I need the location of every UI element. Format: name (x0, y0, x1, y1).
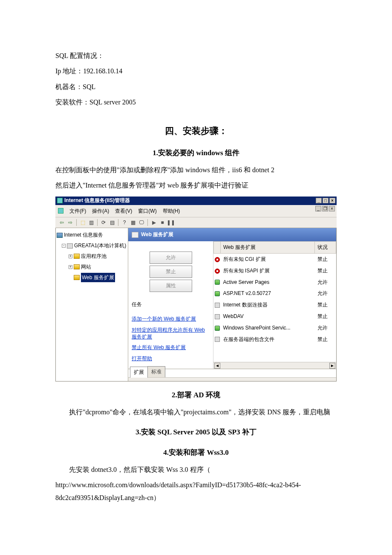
panel-icon (132, 232, 138, 238)
software-para: 安装软件：SQL server 2005 (55, 96, 337, 109)
help-button[interactable]: ? (121, 219, 128, 226)
tree-websites-label: 网站 (81, 262, 91, 272)
ext-icon-cell (214, 288, 221, 299)
iis-manager-window: Internet 信息服务(IIS)管理器 _ □ × 文件(F) 操作(A) … (55, 197, 337, 382)
titlebar[interactable]: Internet 信息服务(IIS)管理器 _ □ × (55, 197, 337, 205)
window-title: Internet 信息服务(IIS)管理器 (64, 196, 130, 205)
tree-apppools-label: 应用程序池 (81, 251, 107, 261)
maximize-button[interactable]: □ (323, 198, 329, 203)
ext-icon-cell (214, 334, 221, 345)
ext-name: 所有未知 CGI 扩展 (221, 253, 315, 265)
expand-icon[interactable]: + (69, 254, 72, 258)
extension-row[interactable]: 所有未知 CGI 扩展禁止 (214, 253, 336, 265)
toolbar-separator (147, 219, 148, 226)
expand-icon[interactable]: + (69, 265, 72, 269)
minimize-button[interactable]: _ (316, 198, 322, 203)
mdi-restore-button[interactable]: ❐ (322, 206, 328, 211)
mdi-minimize-button[interactable]: _ (315, 206, 321, 211)
step4-p2: http://www.microsoft.com/downloads/detai… (55, 479, 337, 505)
back-button[interactable]: ⇦ (58, 219, 66, 226)
menu-action[interactable]: 操作(A) (92, 206, 109, 216)
ext-status: 禁止 (315, 311, 336, 322)
collapse-icon[interactable]: - (62, 244, 66, 248)
ext-name: Windows SharePoint Servic... (221, 322, 315, 334)
ext-name: WebDAV (221, 311, 315, 322)
heading-steps: 四、安装步骤： (55, 123, 337, 140)
link-deny-all[interactable]: 禁止所有 Web 服务扩展 (132, 344, 210, 351)
col-icon[interactable] (214, 242, 221, 254)
list-view-button[interactable]: ▥ (87, 219, 95, 226)
start-button[interactable]: ▶ (150, 219, 158, 226)
deny-button[interactable]: 禁止 (150, 266, 192, 278)
dll-icon (215, 337, 220, 342)
tree-root[interactable]: Internet 信息服务 (57, 230, 127, 240)
ext-icon-cell (214, 253, 221, 265)
tree-webext[interactable]: Web 服务扩展 (57, 272, 127, 283)
sql-config-para: SQL 配置情况： (55, 49, 337, 62)
tree-apppools[interactable]: + 应用程序池 (57, 251, 127, 262)
ip-para: Ip 地址：192.168.10.14 (55, 65, 337, 78)
link-allow-all[interactable]: 对特定的应用程序允许所有 Web 服务扩展 (132, 327, 210, 340)
panel-header: Web 服务扩展 (128, 228, 336, 241)
tree-root-label: Internet 信息服务 (64, 230, 103, 240)
folder-icon (74, 264, 80, 269)
dll-icon (215, 303, 220, 308)
extension-row[interactable]: WebDAV禁止 (214, 311, 336, 322)
ext-icon-cell (214, 277, 221, 288)
extension-row[interactable]: Internet 数据连接器禁止 (214, 299, 336, 311)
refresh-button[interactable]: ⟳ (100, 219, 107, 226)
forward-button[interactable]: ⇨ (66, 219, 74, 226)
menu-file[interactable]: 文件(F) (69, 206, 86, 216)
extensions-column: Web 服务扩展 状况 所有未知 CGI 扩展禁止所有未知 ISAPI 扩展禁止… (213, 241, 336, 369)
mdi-close-button[interactable]: × (329, 206, 335, 211)
close-button[interactable]: × (329, 198, 335, 203)
export-button[interactable]: ▤ (108, 219, 116, 226)
properties-button[interactable]: 属性 (150, 280, 192, 292)
allow-button[interactable]: 允许 (150, 251, 192, 264)
machine-para: 机器名：SQL (55, 81, 337, 93)
step1-p2: 然后进入"Internet 信息服务管理器"对 web 服务扩展项中进行验证 (55, 179, 337, 192)
app-icon (57, 198, 63, 203)
menu-view[interactable]: 查看(V) (115, 206, 132, 216)
allow-icon (215, 280, 220, 285)
extension-row[interactable]: Windows SharePoint Servic...允许 (214, 322, 336, 334)
tree-server[interactable]: - GREATA1(本地计算机) (57, 240, 127, 251)
heading-step2: 2.部署 AD 环境 (55, 388, 337, 402)
ext-icon-cell (214, 265, 221, 277)
stop-button[interactable]: ■ (159, 219, 166, 226)
actions-column: 允许 禁止 属性 任务 添加一个新的 Web 服务扩展 对特定的应用程序允许所有… (128, 241, 213, 369)
tree-websites[interactable]: + 网站 (57, 262, 127, 272)
service-icon (57, 233, 63, 238)
up-button[interactable]: ⬚ (79, 219, 86, 226)
tab-extended[interactable]: 扩展 (130, 367, 148, 378)
link-add-ext[interactable]: 添加一个新的 Web 服务扩展 (132, 316, 210, 323)
scroll-right-button[interactable]: ► (329, 363, 335, 369)
menu-window[interactable]: 窗口(W) (138, 206, 156, 216)
heading-step3: 3.安装 SQL Server 2005 以及 SP3 补丁 (55, 425, 337, 439)
screen-button[interactable]: 🖵 (138, 219, 145, 226)
scroll-left-button[interactable]: ◄ (214, 363, 220, 369)
link-open-help[interactable]: 打开帮助 (132, 356, 210, 362)
ext-name: 所有未知 ISAPI 扩展 (221, 265, 315, 277)
extension-row[interactable]: Active Server Pages允许 (214, 277, 336, 288)
toolbar-separator (97, 219, 98, 226)
ext-name: Active Server Pages (221, 277, 315, 288)
extension-row[interactable]: 在服务器端的包含文件禁止 (214, 334, 336, 345)
tab-standard[interactable]: 标准 (147, 366, 165, 377)
tree-server-label: GREATA1(本地计算机) (74, 241, 126, 251)
ext-status: 禁止 (315, 334, 336, 345)
col-status[interactable]: 状况 (315, 242, 336, 254)
tab-strip: 扩展 标准 (128, 369, 336, 377)
grid-button[interactable]: ▦ (129, 219, 137, 226)
prohibit-icon (215, 257, 220, 262)
extension-row[interactable]: ASP.NET v2.0.50727允许 (214, 288, 336, 299)
col-name[interactable]: Web 服务扩展 (221, 242, 315, 254)
ext-icon-cell (214, 311, 221, 322)
hscrollbar[interactable]: ◄ ► (213, 362, 336, 369)
tree-webext-label: Web 服务扩展 (81, 273, 115, 283)
menu-help[interactable]: 帮助(H) (163, 206, 180, 216)
extension-row[interactable]: 所有未知 ISAPI 扩展禁止 (214, 265, 336, 277)
heading-step4: 4.安装和部署 Wss3.0 (55, 446, 337, 460)
ext-name: Internet 数据连接器 (221, 299, 315, 311)
pause-button[interactable]: ❚❚ (167, 219, 175, 226)
